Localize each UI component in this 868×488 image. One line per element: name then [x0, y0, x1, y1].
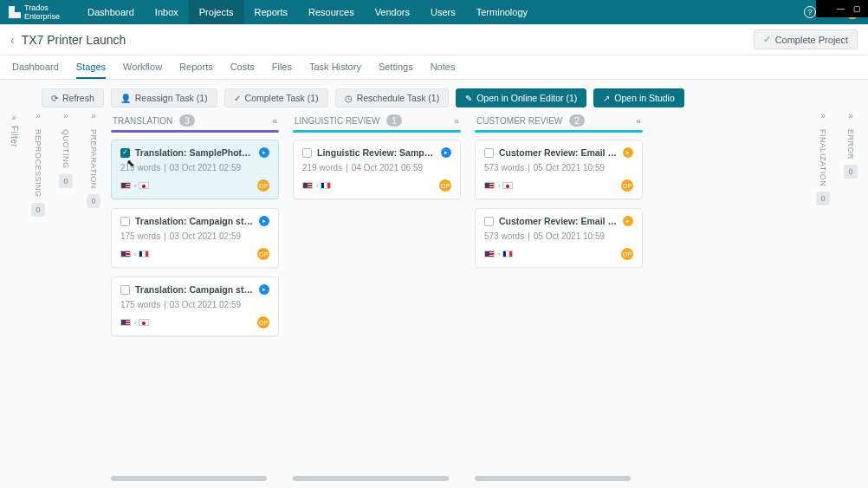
task-status-icon: ▸	[441, 147, 451, 158]
target-flag-icon	[139, 319, 149, 326]
nav-vendors[interactable]: Vendors	[365, 0, 420, 24]
assignee-avatar[interactable]: OP	[257, 179, 269, 192]
assignee-avatar[interactable]: OP	[621, 179, 633, 192]
column-title: LINGUISTIC REVIEW	[295, 116, 379, 126]
tab-task-history[interactable]: Task History	[309, 55, 361, 79]
task-card[interactable]: Customer Review: Email communication.htm…	[475, 208, 643, 268]
nav-projects[interactable]: Projects	[189, 0, 244, 24]
column-scrollbar[interactable]	[293, 476, 449, 481]
brand-line2: Enterprise	[24, 12, 60, 21]
task-title: Translation: SamplePhotoPrinter.docx	[135, 147, 254, 158]
task-checkbox[interactable]	[484, 217, 494, 226]
expand-icon[interactable]: »	[91, 111, 96, 120]
stage-count: 0	[816, 192, 830, 205]
stage-label: FINALIZATION	[819, 129, 827, 186]
stage-column-translation: TRANSLATION3«Translation: SamplePhotoPri…	[111, 111, 279, 481]
assignee-avatar[interactable]: OP	[439, 179, 451, 192]
source-flag-icon	[120, 319, 131, 326]
tab-workflow[interactable]: Workflow	[123, 55, 162, 79]
expand-icon[interactable]: »	[63, 111, 68, 120]
project-tabs: DashboardStagesWorkflowReportsCostsFiles…	[0, 55, 868, 80]
tab-files[interactable]: Files	[272, 55, 292, 79]
task-card[interactable]: Customer Review: Email communication.htm…	[475, 140, 643, 199]
open-online-editor-button[interactable]: ✎Open in Online Editor (1)	[456, 88, 586, 107]
task-checkbox[interactable]	[120, 217, 130, 226]
collapse-icon[interactable]: «	[636, 116, 641, 126]
task-meta: 219 words|03 Oct 2021 02:59	[120, 163, 269, 172]
column-scrollbar[interactable]	[475, 476, 631, 481]
source-flag-icon	[302, 182, 313, 189]
refresh-button[interactable]: ⟳Refresh	[42, 88, 104, 107]
task-meta: 573 words|05 Oct 2021 10:59	[484, 231, 633, 241]
brand-logo: Trados Enterprise	[9, 3, 60, 21]
tab-costs[interactable]: Costs	[230, 55, 255, 79]
nav-users[interactable]: Users	[420, 0, 466, 24]
task-checkbox[interactable]	[302, 148, 312, 158]
expand-icon[interactable]: »	[848, 111, 853, 120]
assignee-avatar[interactable]: OP	[621, 248, 633, 260]
complete-project-button[interactable]: ✓ Complete Project	[754, 29, 858, 49]
external-icon: ↗	[603, 94, 610, 103]
collapse-icon[interactable]: «	[454, 116, 459, 126]
nav-terminology[interactable]: Terminology	[466, 0, 538, 24]
task-card[interactable]: Linguistic Review: SamplePhotoPrinter.do…	[293, 140, 461, 199]
task-card[interactable]: Translation: SamplePhotoPrinter.docx▸219…	[111, 140, 279, 199]
tab-notes[interactable]: Notes	[431, 55, 456, 79]
collapsed-stage-preparation[interactable]: »PREPARATION0	[83, 111, 104, 481]
window-controls[interactable]: — ▢	[816, 0, 868, 17]
task-meta: 573 words|05 Oct 2021 10:59	[484, 163, 633, 172]
task-meta: 175 words|03 Oct 2021 02:59	[120, 300, 269, 309]
stage-count: 0	[844, 165, 858, 179]
nav-dashboard[interactable]: Dashboard	[77, 0, 145, 24]
task-card[interactable]: Translation: Campaign stats.xlsx▸175 wor…	[111, 277, 279, 336]
refresh-icon: ⟳	[51, 94, 58, 103]
column-count: 3	[179, 114, 195, 127]
source-flag-icon	[484, 182, 495, 189]
open-in-studio-button[interactable]: ↗Open in Studio	[593, 88, 683, 107]
task-title: Translation: Campaign stats.xlsx	[135, 284, 254, 295]
assignee-avatar[interactable]: OP	[257, 316, 269, 329]
expand-icon[interactable]: »	[820, 111, 826, 120]
tab-reports[interactable]: Reports	[179, 55, 213, 79]
task-title: Linguistic Review: SamplePhotoPrinter.do…	[317, 147, 436, 158]
maximize-icon[interactable]: ▢	[853, 4, 861, 13]
reschedule-task-button[interactable]: ◷Reschedule Task (1)	[335, 88, 450, 107]
collapsed-stage-quoting[interactable]: »QUOTING0	[55, 111, 76, 481]
task-meta: 175 words|03 Oct 2021 02:59	[120, 231, 269, 241]
target-flag-icon	[321, 182, 331, 189]
target-flag-icon	[139, 182, 149, 189]
task-title: Translation: Campaign stats.xlsx	[135, 216, 254, 226]
task-title: Customer Review: Email communication.htm…	[499, 216, 618, 226]
tab-dashboard[interactable]: Dashboard	[12, 55, 59, 79]
task-checkbox[interactable]	[484, 148, 494, 158]
kanban-board: » Filter »REPROCESSING0»QUOTING0»PREPARA…	[7, 111, 861, 481]
nav-reports[interactable]: Reports	[244, 0, 299, 24]
stage-count: 0	[87, 194, 100, 208]
tab-stages[interactable]: Stages	[76, 55, 106, 79]
task-title: Customer Review: Email communication.htm…	[499, 147, 618, 158]
task-meta: 219 words|04 Oct 2021 06:59	[302, 163, 451, 172]
column-scrollbar[interactable]	[111, 476, 267, 481]
complete-task-button[interactable]: ✓Complete Task (1)	[224, 88, 328, 107]
expand-icon[interactable]: »	[36, 111, 41, 120]
tab-settings[interactable]: Settings	[379, 55, 413, 79]
back-button[interactable]: ‹	[10, 33, 15, 47]
task-status-icon: ▸	[623, 216, 633, 226]
source-flag-icon	[484, 251, 495, 257]
arrow-icon: ›	[498, 251, 501, 258]
collapse-icon[interactable]: «	[272, 116, 277, 126]
stage-label: QUOTING	[62, 129, 70, 169]
collapsed-stage-reprocessing[interactable]: »REPROCESSING0	[28, 111, 49, 481]
reassign-task-button[interactable]: 👤Reassign Task (1)	[111, 88, 217, 107]
nav-resources[interactable]: Resources	[298, 0, 365, 24]
collapsed-stage-error[interactable]: »ERROR0	[840, 111, 861, 481]
nav-inbox[interactable]: Inbox	[145, 0, 189, 24]
task-checkbox[interactable]	[120, 148, 130, 158]
task-checkbox[interactable]	[120, 285, 130, 295]
collapsed-stage-finalization[interactable]: »FINALIZATION0	[813, 111, 833, 481]
assignee-avatar[interactable]: OP	[257, 248, 269, 260]
help-icon[interactable]: ?	[804, 6, 816, 18]
filter-expand[interactable]: »	[11, 113, 16, 122]
minimize-icon[interactable]: —	[837, 4, 845, 13]
task-card[interactable]: Translation: Campaign stats.xlsx▸175 wor…	[111, 208, 279, 268]
